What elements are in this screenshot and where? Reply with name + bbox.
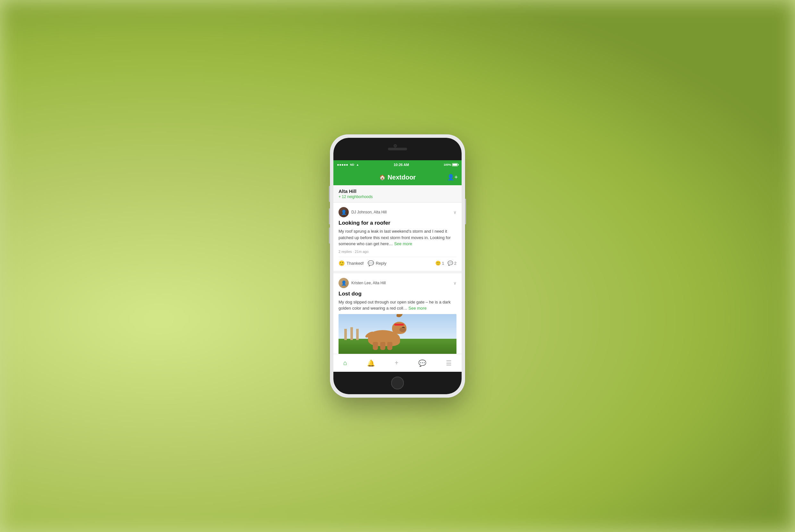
chat-icon: 💬 bbox=[418, 359, 427, 367]
count-2-value: 2 bbox=[454, 261, 456, 266]
fence-2 bbox=[351, 327, 353, 340]
count-item-2: 💬 2 bbox=[448, 261, 456, 266]
neighborhoods-label: + 12 neighborhoods bbox=[339, 194, 456, 199]
bell-icon: 🔔 bbox=[367, 359, 375, 367]
post-1-body: My roof sprung a leak in last weekend's … bbox=[339, 228, 456, 247]
nav-notifications[interactable]: 🔔 bbox=[363, 357, 379, 369]
post-card-1: 👤 DJ Johnson, Alta Hill ∨ Looking for a … bbox=[334, 203, 461, 271]
carrier-label: ND bbox=[350, 163, 354, 166]
post-2-expand-icon[interactable]: ∨ bbox=[453, 281, 456, 286]
post-card-2: 👤 Kristen Lee, Alta Hill ∨ Lost dog My d… bbox=[334, 273, 461, 354]
bottom-nav: ⌂ 🔔 + 💬 ☰ bbox=[334, 354, 461, 372]
count-item-1: 🙂 1 bbox=[435, 261, 444, 266]
signal-strength bbox=[337, 164, 348, 166]
dog-collar bbox=[394, 324, 404, 326]
post-1-counts: 🙂 1 💬 2 bbox=[435, 261, 456, 266]
location-bar: Alta Hill + 12 neighborhoods bbox=[334, 185, 461, 203]
battery-fill bbox=[453, 164, 457, 166]
post-1-actions: 🙂 Thanked! 💬 Reply 🙂 1 bbox=[339, 257, 456, 266]
signal-dot-4 bbox=[344, 164, 345, 166]
battery-percent: 100% bbox=[444, 163, 451, 166]
post-1-header: 👤 DJ Johnson, Alta Hill ∨ bbox=[339, 207, 456, 217]
post-1-avatar-image: 👤 bbox=[339, 207, 349, 217]
post-2-see-more[interactable]: See more bbox=[409, 306, 427, 310]
wifi-icon: ▲ bbox=[356, 163, 359, 166]
count-1-value: 1 bbox=[442, 261, 444, 266]
phone-screen: ND ▲ 10:26 AM 100% 🏠 Nextdoor bbox=[334, 138, 461, 394]
screen-content: ND ▲ 10:26 AM 100% 🏠 Nextdoor bbox=[334, 160, 461, 372]
count-icon-2: 💬 bbox=[448, 261, 453, 266]
post-2-author: Kristen Lee, Alta Hill bbox=[351, 281, 386, 285]
post-2-image bbox=[339, 314, 456, 354]
dog-head bbox=[392, 322, 406, 334]
post-1-expand-icon[interactable]: ∨ bbox=[453, 210, 456, 215]
home-icon: ⌂ bbox=[343, 359, 347, 367]
menu-icon: ☰ bbox=[446, 359, 452, 367]
status-right: 100% bbox=[444, 163, 458, 166]
dog-leg-1 bbox=[373, 342, 378, 350]
reply-label: Reply bbox=[376, 261, 386, 266]
location-name: Alta Hill bbox=[339, 188, 456, 194]
post-2-avatar: 👤 bbox=[339, 278, 349, 288]
post-2-author-row: 👤 Kristen Lee, Alta Hill bbox=[339, 278, 386, 288]
post-2-title: Lost dog bbox=[339, 291, 456, 297]
post-1-title: Looking for a roofer bbox=[339, 220, 456, 226]
post-1-avatar: 👤 bbox=[339, 207, 349, 217]
post-2-header: 👤 Kristen Lee, Alta Hill ∨ bbox=[339, 278, 456, 288]
bottom-bezel bbox=[334, 372, 461, 394]
post-1-see-more[interactable]: See more bbox=[394, 241, 412, 246]
plus-icon: + bbox=[395, 359, 398, 367]
phone-device: ND ▲ 10:26 AM 100% 🏠 Nextdoor bbox=[330, 135, 465, 397]
reply-icon: 💬 bbox=[368, 260, 374, 266]
add-neighbor-button[interactable]: 👤+ bbox=[447, 174, 458, 181]
fence-1 bbox=[344, 329, 347, 340]
post-1-author-row: 👤 DJ Johnson, Alta Hill bbox=[339, 207, 386, 217]
signal-dot-5 bbox=[346, 164, 348, 166]
dog-snout bbox=[399, 327, 406, 332]
signal-dot-1 bbox=[337, 164, 339, 166]
signal-dot-3 bbox=[342, 164, 343, 166]
signal-dot-2 bbox=[339, 164, 341, 166]
reply-button[interactable]: 💬 Reply bbox=[368, 260, 386, 266]
battery-icon bbox=[452, 163, 458, 166]
post-1-author: DJ Johnson, Alta Hill bbox=[351, 210, 386, 214]
app-title: Nextdoor bbox=[387, 174, 416, 181]
post-2-body: My dog slipped out through our open side… bbox=[339, 299, 456, 311]
status-time: 10:26 AM bbox=[394, 163, 409, 167]
dog bbox=[368, 324, 406, 346]
fence-3 bbox=[356, 329, 359, 340]
add-person-icon: 👤+ bbox=[447, 174, 458, 180]
app-logo: 🏠 Nextdoor bbox=[379, 174, 416, 181]
dog-leg-2 bbox=[380, 342, 385, 350]
dog-leg-3 bbox=[387, 342, 392, 350]
smile-icon: 🙂 bbox=[339, 260, 345, 266]
thanked-button[interactable]: 🙂 Thanked! bbox=[339, 260, 364, 266]
feed[interactable]: 👤 DJ Johnson, Alta Hill ∨ Looking for a … bbox=[334, 203, 461, 354]
status-left: ND ▲ bbox=[337, 163, 359, 166]
post-1-meta: 2 replies · 21m ago bbox=[339, 250, 456, 253]
nav-menu[interactable]: ☰ bbox=[442, 357, 456, 369]
nav-home[interactable]: ⌂ bbox=[339, 357, 351, 368]
front-camera bbox=[394, 144, 397, 148]
home-button[interactable] bbox=[391, 377, 404, 390]
count-icon-1: 🙂 bbox=[435, 261, 441, 266]
nav-messages[interactable]: 💬 bbox=[415, 357, 430, 369]
status-bar: ND ▲ 10:26 AM 100% bbox=[334, 160, 461, 169]
speaker bbox=[388, 148, 407, 150]
house-icon: 🏠 bbox=[379, 174, 386, 180]
post-2-avatar-image: 👤 bbox=[339, 278, 349, 288]
thanked-label: Thanked! bbox=[346, 261, 364, 266]
dog-photo bbox=[339, 314, 456, 354]
app-header: 🏠 Nextdoor 👤+ bbox=[334, 169, 461, 185]
top-bezel bbox=[334, 138, 461, 160]
nav-post[interactable]: + bbox=[391, 357, 402, 368]
